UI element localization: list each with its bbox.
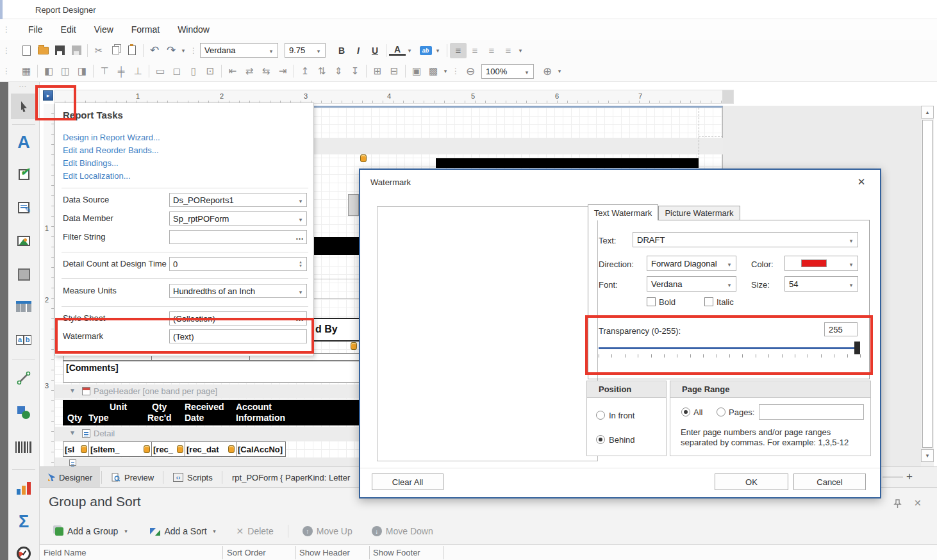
h-space-remove-icon[interactable]: ⇥ [274,63,291,79]
toolbox-summary[interactable]: Σ [11,509,37,534]
v-space-remove-icon[interactable]: ↧ [347,63,363,79]
tab-text-watermark[interactable]: Text Watermark [588,204,658,220]
align-middles-icon[interactable]: ╪ [113,63,129,79]
highlight-dropdown-icon[interactable]: ▾ [434,47,442,54]
save-icon[interactable] [51,43,68,58]
detail-count-spinner[interactable]: 0 ▴▾ [169,257,307,271]
bold-checkbox[interactable] [647,297,656,306]
font-size-combo[interactable]: 9.75 ▾ [285,43,326,58]
snap-to-grid-icon[interactable]: ▦ [18,63,35,79]
save-all-icon[interactable] [68,43,85,58]
align-rights-icon[interactable]: ◨ [74,63,90,79]
zoom-dropdown-icon[interactable]: ▾ [556,68,563,74]
delete-button[interactable]: ✕ Delete [233,523,278,539]
link-edit-bindings[interactable]: Edit Bindings... [63,158,119,168]
same-height-icon[interactable]: ▯ [185,63,202,79]
align-centers-icon[interactable]: ◫ [57,63,74,79]
spin-down-icon[interactable]: ▾ [299,264,302,268]
add-sort-button[interactable]: Add a Sort ▾ [146,523,222,539]
zoom-in-icon[interactable]: ⊕ [539,63,556,79]
italic-button[interactable]: I [350,45,367,56]
column-show-footer[interactable]: Show Footer [373,548,420,557]
menu-file[interactable]: File [19,19,52,40]
toolbox-picture[interactable] [11,228,37,254]
spinner-arrows[interactable]: ▴▾ [296,258,305,270]
toolbox-line[interactable] [11,365,37,391]
transparency-input[interactable]: 255 [824,322,858,336]
data-source-combo[interactable]: Ds_POReports1 ▾ [169,193,307,207]
same-size-icon[interactable]: ◻ [169,63,185,79]
received-by-header-cell[interactable]: d By [314,318,360,342]
same-width-icon[interactable]: ▭ [152,63,169,79]
zoom-combo[interactable]: 100% ▾ [481,64,534,79]
close-panel-icon[interactable]: ✕ [914,498,922,508]
align-tops-icon[interactable]: ⊤ [96,63,113,79]
add-tab-button[interactable]: + [906,470,913,483]
move-down-button[interactable]: ↓ Move Down [368,523,437,539]
zoom-out-icon[interactable]: ⊖ [462,63,479,79]
highlight-button[interactable]: ab [417,43,434,58]
bring-to-front-icon[interactable]: ▣ [408,63,425,79]
data-member-combo[interactable]: Sp_rptPOForm ▾ [169,211,307,226]
new-report-icon[interactable] [18,43,35,58]
ok-button[interactable]: OK [715,474,788,490]
v-space-decrease-icon[interactable]: ⇕ [330,63,347,79]
range-all-radio[interactable] [681,408,690,416]
column-show-header[interactable]: Show Header [299,548,350,557]
size-to-grid-icon[interactable]: ⊡ [202,63,219,79]
pin-icon[interactable] [893,499,902,509]
tab-picture-watermark[interactable]: Picture Watermark [658,206,740,220]
menu-edit[interactable]: Edit [52,19,85,40]
tab-scripts[interactable]: ‹› Scripts [165,467,220,488]
tab-designer[interactable]: Designer [40,467,100,488]
report-control[interactable] [348,194,359,216]
watermark-input[interactable]: (Text) [169,329,307,343]
toolbox-gauge[interactable] [11,541,37,560]
h-space-decrease-icon[interactable]: ⇆ [258,63,274,79]
vertical-scrollbar[interactable]: ▴ ▾ [921,106,934,466]
toolbox-checkbox[interactable] [11,161,37,187]
measure-units-combo[interactable]: Hundredths of an Inch ▾ [169,284,307,298]
menu-window[interactable]: Window [169,19,219,40]
add-group-button[interactable]: Add a Group ▾ [49,523,133,539]
pages-input[interactable] [759,404,864,420]
column-sort-order[interactable]: Sort Order [227,548,266,557]
close-dialog-button[interactable]: ✕ [854,175,869,189]
undo-icon[interactable]: ↶ [146,43,163,58]
report-control-black-bar[interactable] [314,237,360,255]
v-space-increase-icon[interactable]: ⇅ [313,63,330,79]
toolbox-table[interactable] [11,293,37,319]
detail-field-cell[interactable]: [sItem_ [88,441,152,457]
direction-combo[interactable]: Forward Diagonal ▾ [647,256,736,271]
align-bottoms-icon[interactable]: ⊥ [129,63,146,79]
toolbox-chart[interactable] [11,475,37,501]
font-color-dropdown-icon[interactable]: ▾ [406,47,413,54]
center-horizontally-icon[interactable]: ⊞ [369,63,386,79]
column-field-name[interactable]: Field Name [44,548,86,557]
align-right-button[interactable]: ≡ [483,43,500,58]
toolbox-richtext[interactable] [11,195,37,220]
report-control-black-bar[interactable] [436,158,699,168]
ellipsis-button[interactable]: … [295,313,304,323]
align-left-button[interactable]: ≡ [450,43,467,58]
toolbox-character-comb[interactable]: ab [11,327,37,352]
style-sheet-input[interactable]: (Collection) … [169,311,307,325]
menu-format[interactable]: Format [122,19,169,40]
filter-string-input[interactable]: … [169,230,307,244]
tab-preview[interactable]: Preview [104,467,162,488]
font-name-combo[interactable]: Verdana ▾ [200,43,278,58]
align-dropdown-icon[interactable]: ▾ [517,47,524,54]
detail-field-cell[interactable]: [rec_ [151,441,185,457]
size-combo[interactable]: 54 ▾ [784,276,858,292]
send-to-back-icon[interactable]: ▩ [425,63,442,79]
clear-all-button[interactable]: Clear All [372,474,444,490]
position-behind-radio[interactable] [596,435,605,444]
copy-icon[interactable] [107,43,124,58]
detail-field-cell[interactable]: [rec_dat [185,441,236,457]
align-center-button[interactable]: ≡ [467,43,483,58]
band-collapse-icon[interactable]: ▼ [69,387,76,394]
toolbox-panel[interactable] [11,261,37,287]
h-space-increase-icon[interactable]: ⇄ [241,63,258,79]
h-space-equal-icon[interactable]: ⇤ [224,63,241,79]
color-combo[interactable]: ▾ [784,256,858,271]
